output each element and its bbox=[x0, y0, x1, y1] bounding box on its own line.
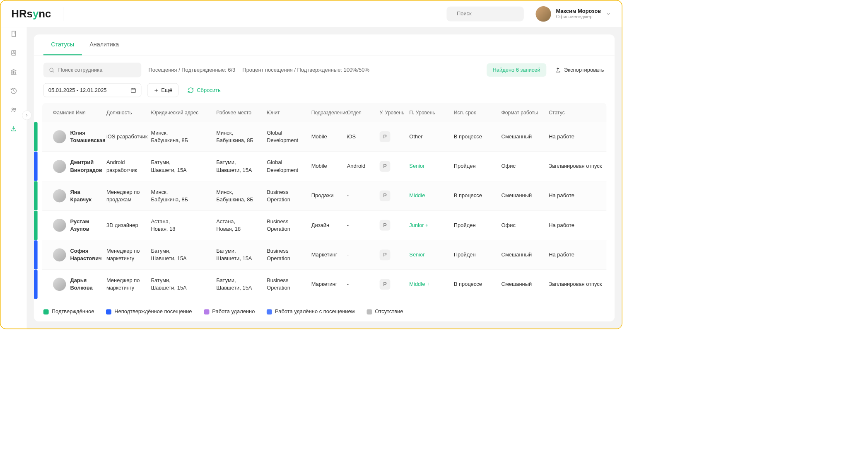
svg-line-16 bbox=[53, 71, 54, 72]
table-row[interactable]: ЯнаКравчукМенеджер по продажамМинск, Баб… bbox=[42, 181, 606, 210]
cell: 3D дизайнер bbox=[106, 222, 151, 229]
name-cell: ЮлияТомашевская bbox=[53, 129, 106, 144]
legend-item: Работа удалённо с посещением bbox=[267, 309, 355, 315]
u-level: P bbox=[379, 191, 409, 201]
cell: На работе bbox=[549, 192, 615, 199]
cell: Смешанный bbox=[501, 192, 549, 199]
tab-Статусы[interactable]: Статусы bbox=[43, 34, 82, 55]
refresh-icon bbox=[187, 87, 194, 94]
calendar-icon bbox=[130, 87, 136, 93]
nav-history-icon[interactable] bbox=[10, 87, 18, 95]
column-header: Юридический адрес bbox=[151, 110, 216, 116]
legend-item: Неподтверждённое посещение bbox=[106, 309, 192, 315]
global-search-input[interactable] bbox=[457, 11, 526, 17]
svg-rect-9 bbox=[12, 71, 12, 73]
cell: Дизайн bbox=[311, 222, 347, 229]
cell: Менеджер по маркетингу bbox=[106, 247, 151, 262]
table-header: Фамилия ИмяДолжностьЮридический адресРаб… bbox=[42, 103, 606, 122]
column-header: Должность bbox=[106, 110, 151, 116]
column-header: Статус bbox=[549, 110, 615, 116]
cell: Батуми, Шавшети, 15А bbox=[216, 159, 267, 174]
svg-point-15 bbox=[50, 68, 53, 71]
export-button[interactable]: Экспортировать bbox=[553, 64, 605, 76]
status-bar bbox=[34, 270, 38, 299]
nav-badge-icon[interactable] bbox=[10, 49, 18, 57]
cell: На работе bbox=[549, 133, 615, 140]
cell: Астана, Новая, 18 bbox=[216, 218, 267, 233]
cell: Смешанный bbox=[501, 133, 549, 140]
cell: - bbox=[347, 251, 379, 258]
employee-search[interactable] bbox=[43, 63, 142, 77]
cell: В процессе bbox=[454, 280, 502, 288]
u-level: P bbox=[379, 131, 409, 142]
avatar bbox=[53, 219, 66, 232]
p-level: Middle + bbox=[409, 280, 454, 288]
p-level: Other bbox=[409, 133, 454, 140]
user-role: Офис-менеджер bbox=[556, 14, 601, 19]
svg-point-13 bbox=[12, 108, 14, 109]
reset-button[interactable]: Сбросить bbox=[184, 84, 224, 97]
avatar bbox=[53, 189, 66, 203]
name-cell: ДарьяВолкова bbox=[53, 277, 106, 292]
global-search[interactable] bbox=[447, 6, 524, 21]
cell: В процессе bbox=[454, 133, 502, 140]
avatar bbox=[53, 159, 66, 173]
table-row[interactable]: ЮлияТомашевскаяiOS разработчикМинск, Баб… bbox=[42, 122, 606, 152]
column-header: У. Уровень bbox=[379, 110, 409, 116]
cell: Минск, Бабушкина, 8Б bbox=[216, 188, 267, 203]
name-cell: ДмитрийВиноградов bbox=[53, 159, 106, 174]
cell: Business Operation bbox=[267, 188, 311, 203]
p-level: Junior + bbox=[409, 222, 454, 229]
status-bar bbox=[34, 181, 38, 210]
cell: Mobile bbox=[311, 162, 347, 170]
sidebar-expand[interactable] bbox=[22, 111, 31, 120]
svg-rect-11 bbox=[15, 71, 16, 73]
percent-stat: Процент посещения / Подтвержденные: 100%… bbox=[242, 67, 369, 73]
cell: На работе bbox=[549, 222, 615, 229]
legend-swatch bbox=[267, 309, 272, 314]
cell: Business Operation bbox=[267, 247, 311, 262]
nav-building-icon[interactable] bbox=[10, 30, 18, 38]
user-name: Максим Морозов bbox=[556, 8, 601, 14]
nav-users-icon[interactable] bbox=[10, 106, 18, 114]
cell: Менеджер по продажам bbox=[106, 188, 151, 203]
table-row[interactable]: ДарьяВолковаМенеджер по маркетингуБатуми… bbox=[42, 270, 606, 299]
p-level: Senior bbox=[409, 162, 454, 170]
column-header: Отдел bbox=[347, 110, 379, 116]
legend-swatch bbox=[43, 309, 49, 314]
cell: Смешанный bbox=[501, 280, 549, 288]
nav-bank-icon[interactable] bbox=[10, 68, 18, 76]
p-level: Middle bbox=[409, 192, 454, 199]
status-bar bbox=[34, 210, 38, 240]
records-count: Найдено 6 записей bbox=[487, 63, 546, 77]
column-header: Формат работы bbox=[501, 110, 549, 116]
nav-attendance-icon[interactable] bbox=[10, 125, 18, 133]
table-row[interactable]: ДмитрийВиноградовAndroid разработчикБату… bbox=[42, 152, 606, 181]
cell: Батуми, Шавшети, 15А bbox=[151, 277, 216, 292]
date-range-input[interactable]: 05.01.2025 - 12.01.2025 bbox=[43, 83, 142, 97]
more-filters-button[interactable]: Ещё bbox=[147, 83, 178, 97]
cell: - bbox=[347, 280, 379, 288]
status-bar bbox=[34, 152, 38, 181]
cell: В процессе bbox=[454, 192, 502, 199]
cell: Android bbox=[347, 162, 379, 170]
table-row[interactable]: СофияНарастовичМенеджер по маркетингуБат… bbox=[42, 240, 606, 270]
table-row[interactable]: РустамАзупов3D дизайнерАстана, Новая, 18… bbox=[42, 210, 606, 240]
cell: Батуми, Шавшети, 15А bbox=[216, 247, 267, 262]
tab-Аналитика[interactable]: Аналитика bbox=[82, 34, 127, 55]
avatar bbox=[53, 248, 66, 261]
user-menu[interactable]: Максим Морозов Офис-менеджер bbox=[536, 6, 611, 22]
status-bar bbox=[34, 240, 38, 270]
cell: Запланирован отпуск bbox=[549, 162, 615, 170]
employee-search-input[interactable] bbox=[58, 67, 136, 73]
cell: Запланирован отпуск bbox=[549, 280, 615, 288]
svg-rect-10 bbox=[13, 71, 14, 73]
column-header: Рабочее место bbox=[216, 110, 267, 116]
avatar bbox=[53, 130, 66, 143]
legend-swatch bbox=[204, 309, 209, 314]
cell: Продажи bbox=[311, 192, 347, 199]
cell: Business Operation bbox=[267, 277, 311, 292]
logo: HRsync bbox=[11, 7, 51, 20]
legend-swatch bbox=[106, 309, 111, 314]
u-level: P bbox=[379, 279, 409, 290]
